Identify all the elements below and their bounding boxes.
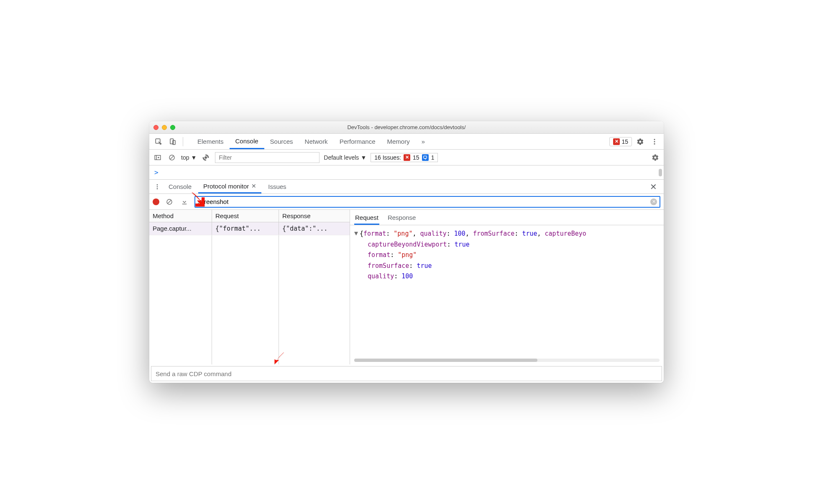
issues-info-count: 1 xyxy=(431,154,435,161)
tab-performance[interactable]: Performance xyxy=(334,134,381,149)
clear-search-icon[interactable]: ✕ xyxy=(650,199,657,205)
device-toggle-icon[interactable] xyxy=(167,136,179,148)
table-header: Method Request Response xyxy=(149,210,350,222)
cell-request: {"format"... xyxy=(212,222,279,235)
live-expression-icon[interactable] xyxy=(201,153,211,163)
protocol-monitor-table: Method Request Response Page.captur... {… xyxy=(149,210,350,364)
drawer-tab-label: Protocol monitor xyxy=(203,183,249,190)
record-button[interactable] xyxy=(153,199,159,205)
detail-tab-request[interactable]: Request xyxy=(354,211,379,225)
issues-error-count: 15 xyxy=(413,154,419,161)
close-icon[interactable]: ✕ xyxy=(251,183,256,189)
drawer-close-button[interactable]: ✕ xyxy=(647,182,660,192)
tab-elements[interactable]: Elements xyxy=(192,134,230,149)
gear-icon[interactable] xyxy=(634,136,646,148)
drawer-tab-issues[interactable]: Issues xyxy=(263,180,291,193)
divider xyxy=(183,137,183,146)
tab-sources[interactable]: Sources xyxy=(264,134,299,149)
svg-point-5 xyxy=(654,143,655,144)
context-label: top xyxy=(181,154,189,161)
horizontal-scrollbar[interactable] xyxy=(354,359,660,362)
filter-input[interactable] xyxy=(215,152,320,163)
protocol-monitor-toolbar: ✕ xyxy=(149,194,664,210)
detail-tab-response[interactable]: Response xyxy=(387,211,417,225)
protocol-monitor-detail: Request Response ▼{format: "png", qualit… xyxy=(350,210,664,364)
window-maximize-button[interactable] xyxy=(170,125,175,130)
devtools-window: DevTools - developer.chrome.com/docs/dev… xyxy=(149,121,664,383)
col-method[interactable]: Method xyxy=(149,210,212,222)
drawer-tabs: Console Protocol monitor ✕ Issues ✕ xyxy=(149,180,664,194)
drawer-tab-protocol-monitor[interactable]: Protocol monitor ✕ xyxy=(198,180,261,193)
detail-tabs: Request Response xyxy=(350,210,664,225)
cell-method: Page.captur... xyxy=(149,222,212,235)
console-toolbar: top ▼ Default levels ▼ 16 Issues: ✕ 15 🗨… xyxy=(149,150,664,165)
kebab-menu-icon[interactable] xyxy=(153,183,162,190)
tab-console[interactable]: Console xyxy=(230,134,264,149)
drawer-tab-label: Issues xyxy=(268,183,286,190)
table-body-spacer xyxy=(149,235,350,364)
console-input-row[interactable]: > xyxy=(149,165,664,180)
table-row[interactable]: Page.captur... {"format"... {"data":"... xyxy=(149,222,350,235)
traffic-lights xyxy=(153,125,175,130)
svg-point-10 xyxy=(157,186,158,187)
drawer-tab-label: Console xyxy=(169,183,192,190)
main-tabs: Elements Console Sources Network Perform… xyxy=(192,134,431,149)
tab-network[interactable]: Network xyxy=(299,134,334,149)
log-levels-dropdown[interactable]: Default levels ▼ xyxy=(324,154,366,161)
tabs-overflow[interactable]: » xyxy=(416,134,431,149)
json-viewer[interactable]: ▼{format: "png", quality: 100, fromSurfa… xyxy=(350,225,664,285)
info-icon: 🗨 xyxy=(422,154,429,161)
console-prompt-icon: > xyxy=(154,168,159,176)
log-levels-label: Default levels xyxy=(324,154,359,161)
cdp-command-input-wrapper[interactable] xyxy=(151,366,662,381)
download-icon[interactable] xyxy=(179,197,189,207)
error-icon: ✕ xyxy=(613,138,620,145)
svg-point-9 xyxy=(157,184,158,186)
col-request[interactable]: Request xyxy=(212,210,279,222)
search-input[interactable] xyxy=(198,198,650,205)
scrollbar-thumb[interactable] xyxy=(659,169,662,176)
svg-point-3 xyxy=(654,139,655,140)
error-icon: ✕ xyxy=(404,154,410,161)
protocol-monitor-search[interactable]: ✕ xyxy=(194,196,660,208)
svg-rect-13 xyxy=(182,204,187,204)
error-count-badge[interactable]: ✕ 15 xyxy=(609,137,632,146)
clear-console-icon[interactable] xyxy=(167,153,177,163)
tab-memory[interactable]: Memory xyxy=(381,134,416,149)
svg-point-8 xyxy=(205,156,207,159)
kebab-menu-icon[interactable] xyxy=(649,136,660,148)
window-close-button[interactable] xyxy=(153,125,159,130)
chevron-down-icon: ▼ xyxy=(360,154,366,161)
gear-icon[interactable] xyxy=(650,153,660,163)
scrollbar-thumb[interactable] xyxy=(354,359,537,362)
cdp-command-input[interactable] xyxy=(156,370,657,377)
svg-point-4 xyxy=(654,141,655,142)
chevron-down-icon: ▼ xyxy=(191,154,197,161)
drawer-tab-console[interactable]: Console xyxy=(164,180,197,193)
disclosure-triangle-icon[interactable]: ▼ xyxy=(354,228,358,239)
window-titlebar: DevTools - developer.chrome.com/docs/dev… xyxy=(149,121,664,134)
error-count: 15 xyxy=(621,138,628,145)
issues-summary[interactable]: 16 Issues: ✕ 15 🗨 1 xyxy=(371,153,438,162)
issues-label: 16 Issues: xyxy=(374,154,401,161)
cell-response: {"data":"... xyxy=(279,222,350,235)
window-minimize-button[interactable] xyxy=(162,125,167,130)
sidebar-toggle-icon[interactable] xyxy=(153,153,163,163)
col-response[interactable]: Response xyxy=(279,210,350,222)
context-selector[interactable]: top ▼ xyxy=(181,154,197,161)
main-toolbar: Elements Console Sources Network Perform… xyxy=(149,134,664,150)
svg-point-11 xyxy=(157,188,158,189)
window-title: DevTools - developer.chrome.com/docs/dev… xyxy=(149,124,664,130)
protocol-monitor-body: Method Request Response Page.captur... {… xyxy=(149,210,664,364)
clear-icon[interactable] xyxy=(164,197,174,207)
inspect-element-icon[interactable] xyxy=(153,136,164,148)
